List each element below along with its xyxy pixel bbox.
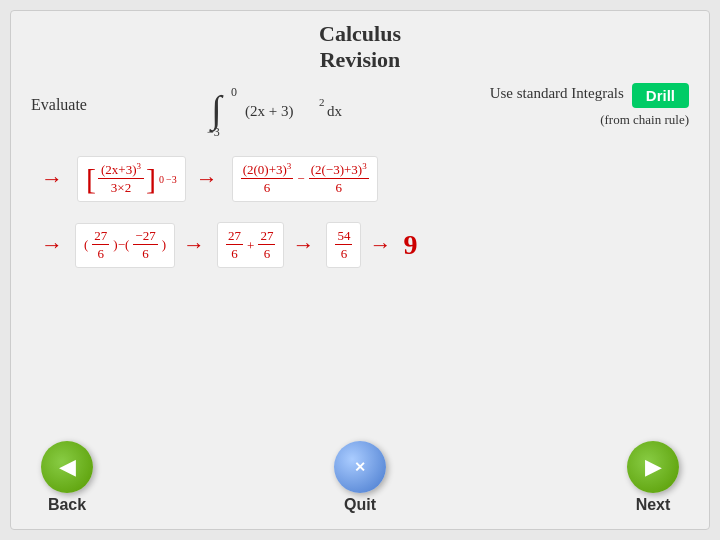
arrow-2a: →	[41, 232, 63, 258]
back-label: Back	[48, 496, 86, 514]
step-1b-expr: (2(0)+3)3 6 − (2(−3)+3)3 6	[232, 156, 378, 202]
step-2b-expr: 27 6 + 27 6	[217, 222, 284, 268]
arrow-1b: →	[196, 166, 218, 192]
drill-button[interactable]: Drill	[632, 83, 689, 108]
back-circle: ◀	[41, 441, 93, 493]
next-button[interactable]: ▶ Next	[627, 441, 679, 514]
hint-box: Use standard Integrals Drill (from chain…	[490, 83, 689, 128]
quit-button[interactable]: ✕ Quit	[334, 441, 386, 514]
back-button[interactable]: ◀ Back	[41, 441, 93, 514]
chain-rule-text: (from chain rule)	[600, 112, 689, 128]
next-arrow-icon: ▶	[645, 454, 662, 480]
use-standard-text: Use standard Integrals	[490, 85, 624, 102]
evaluate-label: Evaluate	[31, 96, 87, 114]
header-title: Calculus	[31, 21, 689, 47]
back-arrow-icon: ◀	[59, 454, 76, 480]
svg-text:dx: dx	[327, 103, 343, 119]
arrow-2d: →	[369, 232, 391, 258]
quit-icon: ✕	[354, 459, 366, 475]
svg-text:−3: −3	[207, 125, 220, 138]
integral-display: ∫ 0 −3 (2x + 3) 2 dx	[87, 78, 490, 138]
arrow-2b: →	[183, 232, 205, 258]
step-row-1: → [ (2x+3)3 3×2 ] 0 −3 → (2(0	[41, 156, 689, 202]
main-container: Calculus Revision Evaluate ∫ 0 −3 (2x + …	[10, 10, 710, 530]
arrow-2c: →	[292, 232, 314, 258]
svg-text:0: 0	[231, 85, 237, 99]
step-2c-expr: 54 6	[326, 222, 361, 268]
header: Calculus Revision	[31, 21, 689, 73]
integral-svg: ∫ 0 −3 (2x + 3) 2 dx	[203, 78, 373, 138]
header-subtitle: Revision	[31, 47, 689, 73]
svg-text:(2x + 3): (2x + 3)	[245, 103, 293, 120]
step-row-2: → ( 27 6 )−( −27 6 ) →	[41, 222, 689, 268]
top-section: Evaluate ∫ 0 −3 (2x + 3) 2 dx Use standa…	[31, 78, 689, 138]
next-circle: ▶	[627, 441, 679, 493]
quit-circle: ✕	[334, 441, 386, 493]
step-1a-expr: [ (2x+3)3 3×2 ] 0 −3	[77, 156, 186, 202]
step-2a-expr: ( 27 6 )−( −27 6 )	[75, 223, 175, 268]
steps-section: → [ (2x+3)3 3×2 ] 0 −3 → (2(0	[31, 156, 689, 268]
next-label: Next	[636, 496, 671, 514]
svg-text:2: 2	[319, 96, 325, 108]
nine-result: 9	[403, 229, 417, 261]
quit-label: Quit	[344, 496, 376, 514]
bottom-buttons: ◀ Back ✕ Quit ▶ Next	[11, 441, 709, 514]
arrow-1a: →	[41, 166, 63, 192]
